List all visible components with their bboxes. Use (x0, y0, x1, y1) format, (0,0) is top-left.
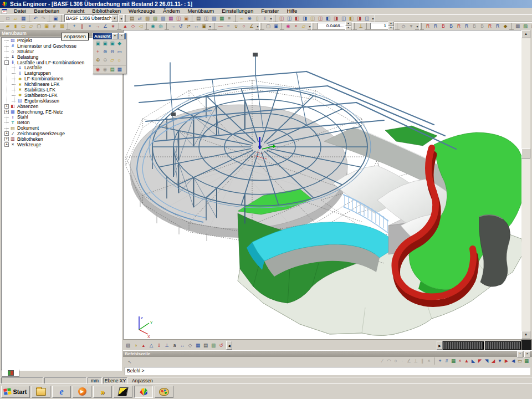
group-dropdown-icon[interactable]: ▾ (308, 23, 312, 30)
spinner-value[interactable]: 0.0468... (318, 23, 345, 29)
menu-bearbeiten[interactable]: Bearbeiten (30, 8, 63, 14)
open-button[interactable]: ▱ (12, 15, 19, 22)
tree-item-absenzen[interactable]: +◧Absenzen (2, 104, 121, 109)
verlaengern-button[interactable]: → (94, 23, 101, 30)
menu-hilfe[interactable]: Hilfe (283, 8, 301, 14)
pointer-mode-button[interactable]: ↖ (125, 358, 135, 366)
winkel-button[interactable]: ∠ (248, 23, 255, 30)
vorlage-1-button[interactable]: ▨ (529, 23, 532, 30)
beschriftung-button[interactable]: a (171, 342, 178, 349)
menu-werkzeuge[interactable]: Werkzeuge (125, 8, 159, 14)
befehlszeile-header[interactable]: Befehlszeile ▫ × (123, 351, 532, 357)
kopieren-button[interactable]: ▣ (200, 23, 208, 30)
punktraster-button[interactable]: # (443, 357, 450, 365)
zoom-verkleinern-button[interactable]: ⊖ (109, 48, 116, 55)
ordner-button[interactable]: ▱ (300, 23, 308, 30)
picture-button[interactable]: ▦ (167, 15, 175, 22)
tree-item-ergebnisklassen[interactable]: ▤Ergebnisklassen (2, 98, 121, 104)
window-arrange-1-button[interactable]: ◫ (278, 15, 285, 22)
tangenten-fang-button[interactable]: ◢ (490, 357, 497, 365)
menubaum-bottom-tab[interactable] (2, 370, 19, 377)
spinner-up-icon[interactable]: ▲ (388, 22, 394, 26)
ansicht-x-button[interactable]: ▣ (101, 40, 109, 47)
scia-oda-taskbar-button[interactable] (114, 386, 132, 398)
platte-button[interactable]: ▱ (27, 23, 35, 30)
group-dropdown-icon[interactable]: ▾ (255, 23, 260, 30)
esa-import-button[interactable]: ⇄ (136, 15, 144, 22)
status-units[interactable]: mm (88, 377, 102, 384)
zoom-document-button[interactable]: ⊕ (245, 15, 253, 22)
kanten-fang-button[interactable]: ◤ (477, 357, 483, 365)
picture-gallery-button[interactable]: ▧ (144, 15, 151, 22)
raster-button[interactable]: ▦ (58, 23, 66, 30)
explorer-taskbar-button[interactable] (32, 386, 50, 398)
combo-dropdown-icon[interactable]: ▼ (111, 15, 118, 22)
tabelle-button[interactable]: ▦ (514, 23, 521, 30)
scroll-up-button[interactable]: ▲ (521, 30, 530, 38)
tree-item-berechnung-fe-netz[interactable]: +▦Berechnung, FE-Netz (2, 109, 121, 115)
window-arrange-2-button[interactable]: ◫ (285, 15, 293, 22)
spinner-control[interactable]: 0.0468...▲▼ (318, 22, 351, 30)
polylinie-button[interactable]: ∪ (232, 23, 240, 30)
fang-aus-button[interactable]: × (426, 357, 432, 365)
project-selector-combo[interactable]: BASF L306 Überdachung▼ (64, 14, 119, 22)
fang-einstellungen-button[interactable]: ▦ (523, 357, 530, 365)
spinner-control[interactable]: 1▲▼ (370, 22, 394, 30)
kamera-button[interactable]: ◉ (94, 66, 101, 73)
scroll-thumb[interactable] (521, 149, 530, 158)
zoom-alles-button[interactable]: ⊕ (94, 57, 101, 64)
stab-systemlinien-button[interactable]: △ (147, 342, 155, 349)
menu-menbaum[interactable]: Menübaum (184, 8, 218, 14)
zoom-fenster-button[interactable]: ▭ (116, 48, 123, 55)
paperspace-gallery-button[interactable]: ▨ (151, 15, 159, 22)
traeger-button[interactable]: ▭ (19, 23, 27, 30)
palette-close-icon[interactable]: × (119, 33, 125, 39)
units-button[interactable]: Ι (261, 15, 269, 22)
lastfall-anzeige-button[interactable]: R (424, 23, 432, 30)
viewport-canvas[interactable]: z Y X (123, 30, 521, 339)
massstab-button[interactable]: ⊥ (357, 23, 365, 30)
suchen-fern-button[interactable]: ◉ (149, 23, 157, 30)
menu-fenster[interactable]: Fenster (257, 8, 283, 14)
window-arrange-10-button[interactable]: ◧ (347, 15, 355, 22)
command-input[interactable]: Befehl > (125, 367, 530, 375)
teilflaeche-button[interactable]: ▣ (43, 23, 50, 30)
tree-item-zeichnungswerkzeuge[interactable]: +∕Zeichnungswerkzeuge (2, 131, 121, 136)
tree-item-lf-kombinationen[interactable]: ∗LF-Kombinationen (2, 76, 121, 81)
export-picture-button[interactable]: ▦ (218, 15, 226, 22)
tree-item-werkzeuge[interactable]: +×Werkzeuge (2, 142, 121, 147)
hyperlink-button[interactable]: ∞ (238, 15, 245, 22)
window-arrange-12-button[interactable]: ◫ (363, 15, 371, 22)
ansicht-z-button[interactable]: ▣ (94, 40, 101, 47)
bild-drucken-button[interactable]: ▤ (202, 342, 209, 349)
box-1-button[interactable]: ▢ (264, 23, 272, 30)
group-dropdown-icon[interactable]: ▾ (119, 15, 124, 22)
ergebnis-stabilitaet-button[interactable]: ◆ (502, 23, 509, 30)
achsen-axo-button[interactable]: + (94, 48, 101, 55)
toolbar-collapse-button[interactable]: ◀ (226, 341, 232, 350)
window-arrange-5-button[interactable]: ◫ (309, 15, 316, 22)
group-dropdown-icon[interactable]: ▾ (208, 23, 212, 30)
print-data-button[interactable]: ▥ (210, 15, 218, 22)
export-tabelle-button[interactable]: ▧ (521, 23, 529, 30)
fang-bogen-button[interactable]: ◠ (386, 357, 392, 365)
axo-ansicht-button[interactable]: ◇ (400, 23, 407, 30)
box-2-button[interactable]: ▣ (272, 23, 280, 30)
bemassung-button[interactable]: ↔ (178, 342, 186, 349)
neu-zeichnen-button[interactable]: ↺ (217, 342, 225, 349)
skalieren-button[interactable]: ↔ (192, 23, 200, 30)
window-arrange-9-button[interactable]: ◫ (340, 15, 347, 22)
tree-item-stabilit-ts-lfk[interactable]: ∗Stabilitäts-LFK (2, 87, 121, 93)
new-button[interactable]: □ (4, 15, 12, 22)
oeffnung-button[interactable]: ▢ (35, 23, 43, 30)
fang-linie-button[interactable]: ∕ (379, 357, 386, 365)
window-arrange-11-button[interactable]: ◨ (355, 15, 363, 22)
drehen-button[interactable]: ↺ (177, 23, 185, 30)
last-symbole-button[interactable]: ⇓ (155, 342, 163, 349)
print-preview-button[interactable]: ◫ (202, 15, 210, 22)
import-tool-taskbar-button[interactable]: » (93, 386, 112, 398)
dark-scroll-bar-right[interactable] (485, 341, 521, 350)
licht-button[interactable]: ☼ (116, 57, 123, 64)
window-arrange-7-button[interactable]: ◧ (324, 15, 332, 22)
raster-fang-button[interactable]: + (437, 357, 443, 365)
